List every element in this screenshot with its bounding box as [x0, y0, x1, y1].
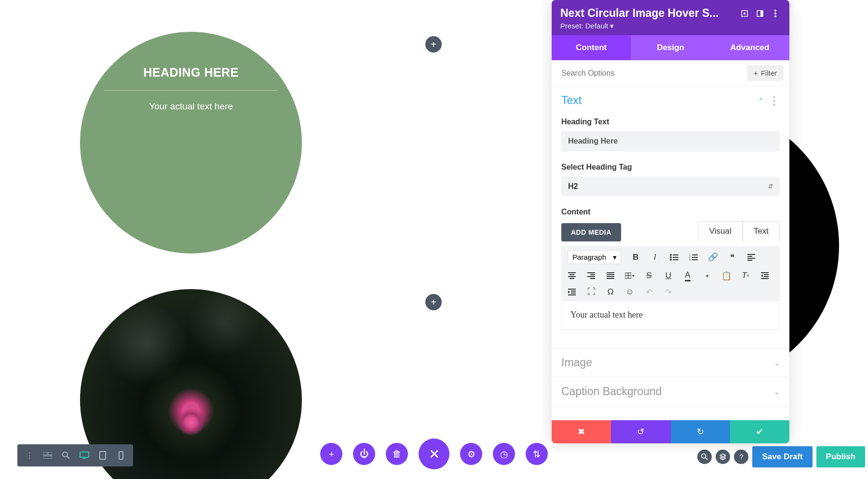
- add-module-button[interactable]: +: [425, 294, 442, 310]
- preset-label[interactable]: Preset: Default ▾: [560, 22, 781, 30]
- history-button[interactable]: ◷: [493, 443, 515, 465]
- plus-icon: ＋: [327, 448, 336, 460]
- phone-view-icon[interactable]: [113, 447, 129, 464]
- help-icon[interactable]: ?: [734, 450, 748, 464]
- circular-module-1[interactable]: HEADING HERE Your actual text here: [80, 32, 302, 253]
- svg-rect-52: [83, 458, 86, 459]
- discard-button[interactable]: ✖: [552, 420, 611, 443]
- paste-icon[interactable]: 📋: [721, 271, 731, 280]
- emoji-icon[interactable]: ☺: [625, 287, 635, 297]
- svg-point-9: [670, 256, 672, 258]
- search-input[interactable]: [557, 66, 747, 80]
- add-media-button[interactable]: ADD MEDIA: [561, 223, 621, 241]
- bullet-list-icon[interactable]: [669, 253, 679, 262]
- publish-button[interactable]: Publish: [816, 446, 865, 467]
- chevron-down-icon[interactable]: ▾: [702, 271, 712, 280]
- check-icon: ✔: [756, 426, 763, 437]
- section-caption-bg-header[interactable]: Caption Background ⌄: [552, 377, 789, 406]
- add-module-button[interactable]: +: [425, 36, 442, 53]
- numbered-list-icon[interactable]: 123: [689, 253, 698, 262]
- module-heading: HEADING HERE: [80, 66, 302, 80]
- more-icon[interactable]: ⋮: [21, 447, 38, 464]
- svg-rect-48: [43, 456, 52, 459]
- svg-rect-31: [607, 272, 614, 273]
- svg-rect-29: [587, 276, 595, 277]
- swap-button[interactable]: ⇅: [526, 443, 548, 465]
- clock-icon: ◷: [500, 449, 508, 460]
- expand-icon[interactable]: [739, 8, 750, 19]
- save-draft-button[interactable]: Save Draft: [752, 446, 812, 467]
- close-icon: ✖: [578, 426, 585, 437]
- align-left-icon[interactable]: [746, 253, 756, 262]
- editor-content[interactable]: Your actual text here: [561, 301, 780, 330]
- undo-icon[interactable]: ↶: [644, 287, 654, 297]
- section-image-header[interactable]: Image ⌄: [552, 348, 789, 377]
- outdent-icon[interactable]: [760, 271, 770, 280]
- tab-content[interactable]: Content: [552, 35, 631, 60]
- svg-point-6: [774, 15, 776, 17]
- editor-tab-text[interactable]: Text: [743, 221, 780, 241]
- builder-action-bar: ＋ ⏻ 🗑 ✕ ⚙ ◷ ⇅: [320, 439, 548, 469]
- layers-icon[interactable]: [716, 450, 730, 464]
- svg-rect-28: [590, 274, 595, 275]
- undo-changes-button[interactable]: ↺: [611, 420, 670, 443]
- heading-tag-select[interactable]: H2: [561, 176, 780, 196]
- align-justify-icon[interactable]: [606, 271, 615, 280]
- underline-icon[interactable]: U: [664, 271, 673, 280]
- redo-changes-button[interactable]: ↻: [671, 420, 730, 443]
- strikethrough-icon[interactable]: S: [644, 271, 654, 280]
- search-icon[interactable]: [697, 450, 712, 464]
- svg-rect-8: [673, 254, 678, 255]
- power-icon: ⏻: [360, 449, 369, 459]
- svg-rect-12: [673, 259, 678, 260]
- tab-advanced[interactable]: Advanced: [710, 35, 789, 60]
- svg-rect-46: [43, 452, 47, 455]
- delete-button[interactable]: 🗑: [386, 443, 408, 465]
- wireframe-icon[interactable]: [40, 447, 56, 464]
- panel-header[interactable]: Next Circular Image Hover S... Preset: D…: [552, 0, 789, 35]
- text-color-icon[interactable]: A: [683, 271, 692, 280]
- tab-design[interactable]: Design: [631, 35, 710, 60]
- more-icon[interactable]: [770, 8, 781, 19]
- svg-rect-27: [587, 272, 595, 273]
- content-label: Content: [561, 208, 780, 216]
- indent-icon[interactable]: [567, 287, 577, 297]
- svg-point-49: [63, 452, 68, 457]
- filter-button[interactable]: + Filter: [747, 65, 784, 81]
- omega-icon[interactable]: Ω: [606, 287, 615, 297]
- table-icon[interactable]: ▾: [625, 271, 635, 280]
- italic-icon[interactable]: I: [650, 253, 660, 262]
- heading-text-input[interactable]: [561, 131, 780, 151]
- section-text-header[interactable]: Text ⌃ ⋮: [552, 86, 789, 115]
- desktop-view-icon[interactable]: [76, 447, 93, 464]
- format-select[interactable]: Paragraph ▾: [567, 250, 621, 264]
- align-center-icon[interactable]: [567, 271, 577, 280]
- svg-rect-20: [747, 256, 752, 257]
- add-button[interactable]: ＋: [320, 443, 342, 465]
- bold-icon[interactable]: B: [631, 253, 640, 262]
- save-button[interactable]: ✔: [730, 420, 789, 443]
- svg-rect-21: [747, 258, 755, 259]
- settings-button[interactable]: ⚙: [460, 443, 482, 465]
- quote-icon[interactable]: ❝: [727, 253, 737, 262]
- tablet-view-icon[interactable]: [95, 447, 111, 464]
- plus-icon: +: [431, 39, 436, 50]
- fullscreen-icon[interactable]: ⛶: [586, 287, 596, 297]
- svg-rect-39: [764, 274, 769, 275]
- svg-rect-19: [747, 254, 755, 255]
- clear-format-icon[interactable]: T×: [741, 271, 750, 280]
- redo-icon[interactable]: ↷: [664, 287, 673, 297]
- align-right-icon[interactable]: [586, 271, 596, 280]
- zoom-icon[interactable]: [58, 447, 74, 464]
- svg-rect-47: [48, 452, 52, 455]
- svg-rect-54: [119, 452, 123, 459]
- svg-point-55: [702, 454, 706, 458]
- power-button[interactable]: ⏻: [353, 443, 375, 465]
- editor-tab-visual[interactable]: Visual: [698, 221, 743, 241]
- svg-text:3: 3: [689, 258, 691, 261]
- link-icon[interactable]: 🔗: [708, 253, 718, 262]
- svg-rect-26: [570, 278, 574, 279]
- snap-icon[interactable]: [755, 8, 765, 19]
- more-icon[interactable]: ⋮: [769, 94, 780, 107]
- close-builder-button[interactable]: ✕: [419, 439, 449, 469]
